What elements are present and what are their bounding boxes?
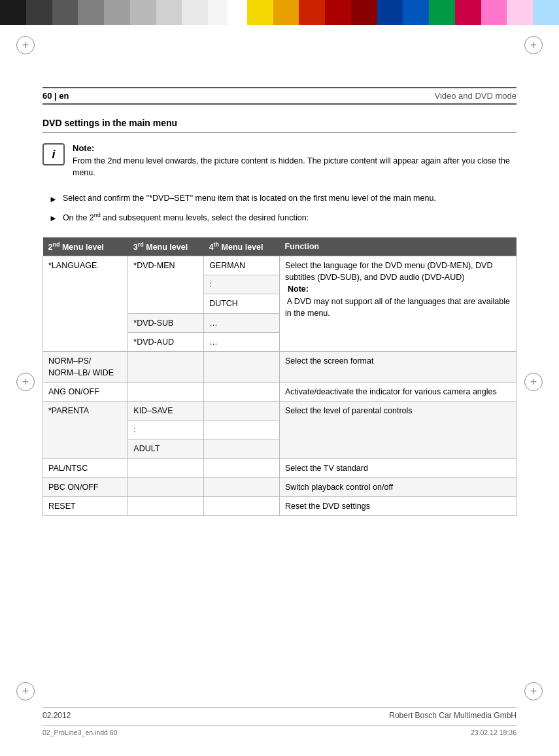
color-seg-yellow <box>247 0 273 25</box>
color-seg-green <box>429 0 455 25</box>
cell-pbc-3rd <box>128 477 204 496</box>
cell-german: GERMAN <box>204 256 280 275</box>
color-seg-light-blue <box>533 0 559 25</box>
note-text: From the 2nd menu level onwards, the pic… <box>73 155 517 180</box>
color-seg-1 <box>0 0 26 25</box>
cell-reset-3rd <box>128 496 204 515</box>
footer-date: 02.2012 <box>42 711 71 720</box>
bullet-item-1: ► Select and confirm the "*DVD–SET" menu… <box>49 192 517 206</box>
cell-parenta-func: Select the level of parental controls <box>279 402 516 458</box>
cell-dvd-aud-val: … <box>204 332 280 351</box>
cell-dvd-sub-val: … <box>204 313 280 332</box>
color-seg-7 <box>156 0 182 25</box>
page-header-title: Video and DVD mode <box>434 91 517 101</box>
cell-dutch: DUTCH <box>204 294 280 313</box>
cell-pal-func: Select the TV standard <box>279 458 516 477</box>
cell-pal-4th <box>204 458 280 477</box>
cell-colon-1: : <box>204 275 280 294</box>
cell-reset: RESET <box>43 496 128 515</box>
note-icon: i <box>42 143 65 165</box>
cell-dvd-men: *DVD-MEN <box>128 256 204 313</box>
color-seg-white <box>228 0 247 25</box>
color-seg-pink <box>481 0 507 25</box>
color-seg-orange <box>273 0 299 25</box>
cell-parenta-colon: : <box>128 421 204 439</box>
color-seg-blue-dark <box>377 0 403 25</box>
cell-parenta-colon-4th <box>204 421 280 439</box>
cell-kid-save: KID–SAVE <box>128 402 204 421</box>
cell-norm-func: Select the screen format <box>279 351 516 382</box>
reg-mark-mid-right <box>524 373 543 391</box>
cell-pbc-4th <box>204 477 280 496</box>
bullet-arrow-1: ► <box>49 193 58 206</box>
reg-mark-top-right <box>524 36 543 54</box>
section-title: DVD settings in the main menu <box>42 118 517 133</box>
color-bar <box>0 0 559 25</box>
reg-mark-bottom-left <box>16 682 35 700</box>
cell-norm-3rd <box>128 351 204 382</box>
table-row-norm: NORM–PS/NORM–LB/ WIDE Select the screen … <box>43 351 517 382</box>
color-seg-8 <box>182 0 208 25</box>
cell-norm-4th <box>204 351 280 382</box>
col-header-2: 3rd Menu level <box>128 237 204 256</box>
cell-parenta: *PARENTA <box>43 402 128 458</box>
color-seg-3 <box>52 0 78 25</box>
color-seg-dark-red <box>351 0 377 25</box>
reg-mark-top-left <box>16 36 35 54</box>
cell-pbc: PBC ON/OFF <box>43 477 128 496</box>
cell-norm: NORM–PS/NORM–LB/ WIDE <box>43 351 128 382</box>
page-content: 60 | en Video and DVD mode DVD settings … <box>42 87 517 516</box>
color-seg-9 <box>208 0 228 25</box>
footer-file-right: 23.02.12 18:36 <box>471 729 517 736</box>
color-seg-6 <box>130 0 156 25</box>
cell-ang-func: Activate/deactivate the indicator for va… <box>279 383 516 402</box>
inline-note-label: Note: <box>285 284 309 294</box>
cell-reset-4th <box>204 496 280 515</box>
note-content: Note: From the 2nd menu level onwards, t… <box>73 142 517 179</box>
cell-adult: ADULT <box>128 439 204 458</box>
color-seg-4 <box>78 0 104 25</box>
cell-ang: ANG ON/OFF <box>43 383 128 402</box>
bullet-list: ► Select and confirm the "*DVD–SET" menu… <box>42 192 517 224</box>
cell-language-function: Select the language for the DVD menu (DV… <box>279 256 516 352</box>
table-row-pbc: PBC ON/OFF Switch playback control on/of… <box>43 477 517 496</box>
cell-language: *LANGUAGE <box>43 256 128 352</box>
color-seg-red-dark <box>299 0 325 25</box>
cell-dvd-sub: *DVD-SUB <box>128 313 204 332</box>
footer-bar: 02.2012 Robert Bosch Car Multimedia GmbH <box>42 707 517 720</box>
col-header-4: Function <box>279 237 516 256</box>
bullet-item-2: ► On the 2nd and subsequent menu levels,… <box>49 211 517 225</box>
footer-file-left: 02_ProLine3_en.indd 60 <box>42 729 117 736</box>
reg-mark-bottom-right <box>524 682 543 700</box>
footer-company: Robert Bosch Car Multimedia GmbH <box>389 711 517 720</box>
note-box: i Note: From the 2nd menu level onwards,… <box>42 142 517 179</box>
cell-dvd-aud: *DVD-AUD <box>128 332 204 351</box>
cell-pal: PAL/NTSC <box>43 458 128 477</box>
table-row-parenta-kid: *PARENTA KID–SAVE Select the level of pa… <box>43 402 517 421</box>
cell-kid-save-4th <box>204 402 280 421</box>
color-seg-red <box>325 0 351 25</box>
table-row-language-german: *LANGUAGE *DVD-MEN GERMAN Select the lan… <box>43 256 517 275</box>
color-seg-crimson <box>455 0 481 25</box>
bullet-arrow-2: ► <box>49 212 58 225</box>
col-header-1: 2nd Menu level <box>43 237 128 256</box>
cell-adult-4th <box>204 439 280 458</box>
color-seg-light-pink <box>507 0 533 25</box>
cell-reset-func: Reset the DVD settings <box>279 496 516 515</box>
reg-mark-mid-left <box>16 373 35 391</box>
bullet-text-1: Select and confirm the "*DVD–SET" menu i… <box>63 192 436 206</box>
col-header-3: 4th Menu level <box>204 237 280 256</box>
cell-pbc-func: Switch playback control on/off <box>279 477 516 496</box>
footer-file: 02_ProLine3_en.indd 60 23.02.12 18:36 <box>42 725 517 736</box>
table-row-reset: RESET Reset the DVD settings <box>43 496 517 515</box>
table-row-pal: PAL/NTSC Select the TV standard <box>43 458 517 477</box>
header-bar: 60 | en Video and DVD mode <box>42 87 517 105</box>
bullet-text-2: On the 2nd and subsequent menu levels, s… <box>63 211 309 225</box>
cell-ang-3rd <box>128 383 204 402</box>
color-seg-2 <box>26 0 52 25</box>
table-row-ang: ANG ON/OFF Activate/deactivate the indic… <box>43 383 517 402</box>
note-label: Note: <box>73 142 517 155</box>
page-number: 60 | en <box>42 91 69 101</box>
cell-ang-4th <box>204 383 280 402</box>
color-seg-5 <box>104 0 130 25</box>
